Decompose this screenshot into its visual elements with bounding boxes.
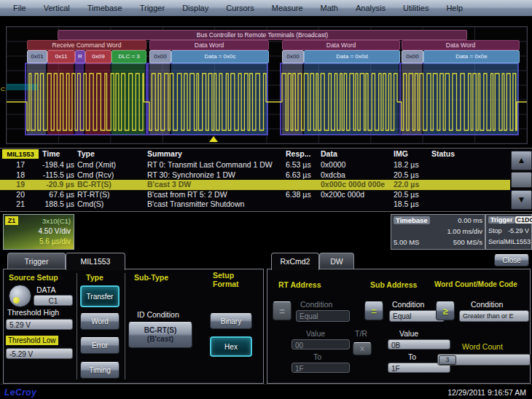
tab-trigger[interactable]: Trigger xyxy=(7,253,66,269)
cell-time: 67.6 µs xyxy=(29,190,74,200)
timebase-scale: 1.00 ms/div xyxy=(447,227,482,235)
table-scrollbar-thumb[interactable] xyxy=(511,172,532,188)
threshold-low-field[interactable]: -5.29 V xyxy=(6,348,73,359)
decode-field: 0x11 xyxy=(47,50,75,63)
menu-math[interactable]: Math xyxy=(312,0,347,16)
id-condition-button[interactable]: BC-RT(S) (B'cast) xyxy=(128,322,192,348)
menu-help[interactable]: Help xyxy=(437,0,472,16)
cell-summary: RT 30: Synchronize 1 DW xyxy=(147,170,284,181)
format-hex-button[interactable]: Hex xyxy=(210,336,252,357)
timebase-descriptor[interactable]: Timebase 0.00 ms 1.00 ms/div 5.00 MS 500… xyxy=(391,214,485,250)
source-knob[interactable] xyxy=(9,285,31,307)
col-header-type: Type xyxy=(77,149,95,158)
cell-time: -115.5 µs xyxy=(29,170,74,181)
format-binary-button[interactable]: Binary xyxy=(210,313,252,329)
word-count-slider-handle[interactable]: 3 xyxy=(439,355,456,365)
table-row[interactable]: 18 -115.5 µs Cmd (Rcv) RT 30: Synchroniz… xyxy=(0,170,510,181)
col-header-data: Data xyxy=(321,149,337,158)
wc-condition-op-button[interactable]: ≥ xyxy=(436,301,455,320)
trigger-kind: Serial xyxy=(488,238,505,245)
table-scroll-up-button[interactable]: ▲ xyxy=(511,151,532,170)
cell-resp: 6.53 µs xyxy=(286,160,319,170)
decode-word-banner: Receive Command Word xyxy=(27,40,146,50)
threshold-low-label: Threshold Low xyxy=(6,336,58,345)
rt-condition-label: Condition xyxy=(300,300,332,309)
cell-summary: B'cast Transmitter Shutdown xyxy=(147,200,284,210)
table-row[interactable]: 21 188.5 µs Cmd(S) B'cast Transmitter Sh… xyxy=(0,200,510,210)
table-scroll-down-button[interactable]: ▼ xyxy=(511,190,532,210)
word-count-slider[interactable]: 3 xyxy=(437,354,531,366)
cell-time: -20.9 µs xyxy=(29,180,74,190)
cell-summary: B'cast from RT 5: 2 DW xyxy=(147,190,284,200)
cell-type: BC-RT(S) xyxy=(77,180,144,190)
menu-cursors[interactable]: Cursors xyxy=(217,0,263,16)
table-row-selected[interactable]: 19 -20.9 µs BC-RT(S) B'cast 3 DW 0x000c … xyxy=(0,180,510,190)
sub-condition-op-button[interactable]: = xyxy=(364,301,383,320)
menu-analysis[interactable]: Analysis xyxy=(347,0,394,16)
close-button[interactable]: Close xyxy=(494,254,529,266)
threshold-high-field[interactable]: 5.29 V xyxy=(6,319,73,330)
decode-field: Data = 0x0c xyxy=(171,50,269,63)
trigger-descriptor[interactable]: Trigger C1DC Stop -5.29 V Serial MIL1553 xyxy=(485,214,532,250)
menu-trigger[interactable]: Trigger xyxy=(131,0,173,16)
decode-field: 0x00 xyxy=(282,50,304,63)
sub-condition-label: Condition xyxy=(392,300,424,309)
type-timing-button[interactable]: Timing xyxy=(80,362,120,379)
trigger-protocol: MIL1553 xyxy=(505,238,531,245)
clock: 12/29/2011 9:16:57 AM xyxy=(447,388,526,397)
cell-resp: 6.63 µs xyxy=(286,170,319,181)
z1-tdiv: 5.6 µs/div xyxy=(39,237,71,245)
decode-field: R xyxy=(75,50,85,63)
type-transfer-button[interactable]: Transfer xyxy=(80,285,120,307)
cell-idx: 20 xyxy=(3,190,25,200)
rt-value-label: Value xyxy=(306,329,325,338)
cell-img: 18.5 µs xyxy=(394,200,430,210)
menu-vertical[interactable]: Vertical xyxy=(35,0,79,16)
tab-dw[interactable]: DW xyxy=(319,253,354,269)
trigger-source-badge: C1DC xyxy=(515,216,532,224)
tab-rxcmd2[interactable]: RxCmd2 xyxy=(271,253,319,270)
id-condition-line1: BC-RT(S) xyxy=(144,326,176,335)
cell-type: Cmd(S) xyxy=(77,200,144,210)
decode-message-banner: Bus Controller to Remote Terminals (Broa… xyxy=(58,30,467,40)
wc-condition-field[interactable]: Greater than or E xyxy=(459,310,529,322)
trigger-level: -5.29 V xyxy=(508,227,529,234)
table-protocol-badge[interactable]: MIL1553 xyxy=(2,149,39,159)
decode-field: Data = 0x0e xyxy=(423,50,520,63)
decode-field: 0x01 xyxy=(27,50,47,63)
tr-button[interactable]: X xyxy=(353,342,372,355)
type-word-button[interactable]: Word xyxy=(80,313,120,330)
type-error-button[interactable]: Error xyxy=(80,337,120,354)
timebase-rate: 500 MS/s xyxy=(453,238,482,246)
menu-display[interactable]: Display xyxy=(173,0,217,16)
menu-utilities[interactable]: Utilities xyxy=(394,0,437,16)
rt-value-field[interactable]: 00 xyxy=(292,339,350,349)
decode-word-banner: Data Word xyxy=(402,40,520,50)
cell-time: 188.5 µs xyxy=(29,200,74,210)
trigger-position-marker[interactable] xyxy=(209,136,218,142)
menu-file[interactable]: File xyxy=(4,0,35,16)
menu-timebase[interactable]: Timebase xyxy=(79,0,131,16)
sub-value-field[interactable]: 0B xyxy=(388,339,450,349)
type-header: Type xyxy=(86,273,103,282)
decode-word-banner: Data Word xyxy=(149,40,269,50)
timebase-samples: 5.00 MS xyxy=(394,238,419,246)
col-header-resp: Resp... xyxy=(286,149,310,158)
zoom-trace-descriptor[interactable]: Z1 3x10(C1) 4.50 V/div 5.6 µs/div xyxy=(3,214,74,250)
sub-value-label: Value xyxy=(399,329,418,338)
id-condition-label: ID Condition xyxy=(137,310,179,319)
cell-type: RT-RT(S) xyxy=(77,190,144,200)
rt-condition-op-button[interactable]: = xyxy=(273,301,292,320)
threshold-high-label: Threshold High xyxy=(7,308,59,317)
source-channel-field[interactable]: C1 xyxy=(34,295,73,306)
z1-ratio: 3x10(C1) xyxy=(42,217,71,225)
table-row[interactable]: 20 67.6 µs RT-RT(S) B'cast from RT 5: 2 … xyxy=(0,190,510,200)
table-row[interactable]: 17 -198.4 µs Cmd (Xmit) RT 0: Transmit L… xyxy=(0,160,510,170)
setup-format-header-1: Setup xyxy=(213,271,234,280)
data-label: DATA xyxy=(36,285,55,294)
equal-icon: = xyxy=(279,306,285,317)
menu-measure[interactable]: Measure xyxy=(263,0,312,16)
rt-condition-field[interactable]: Equal xyxy=(296,310,350,322)
rt-to-field[interactable]: 1F xyxy=(292,363,350,373)
tab-mil1553[interactable]: MIL1553 xyxy=(66,253,125,270)
